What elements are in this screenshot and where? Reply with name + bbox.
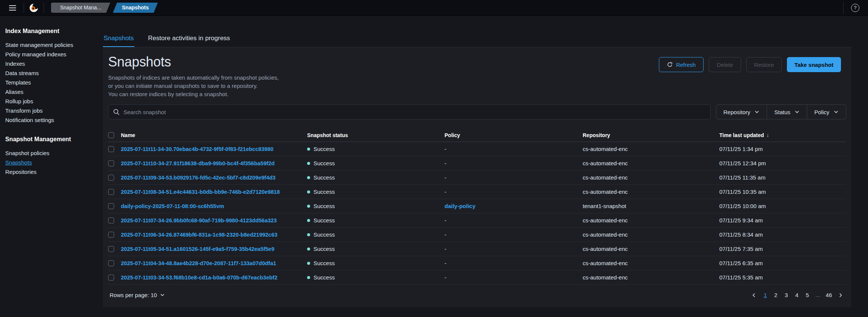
page-button[interactable]: 3: [781, 290, 791, 300]
status-label: Success: [313, 160, 335, 166]
row-checkbox[interactable]: [108, 217, 114, 223]
sidebar-section-index-management: Index Management State management polici…: [5, 28, 95, 125]
row-select-cell: [108, 189, 121, 195]
top-navigation-bar: Snapshot Mana... Snapshots ?: [0, 0, 868, 16]
restore-button[interactable]: Restore: [746, 57, 782, 72]
refresh-icon: [667, 62, 673, 68]
row-checkbox[interactable]: [108, 160, 114, 166]
snapshot-name-link[interactable]: daily-policy-2025-07-11-08:00-sc6h55vm: [121, 203, 224, 209]
row-checkbox[interactable]: [108, 260, 114, 266]
search-icon: [113, 109, 120, 115]
repository-cell: cs-automated-enc: [583, 231, 719, 238]
row-checkbox[interactable]: [108, 246, 114, 252]
status-label: Success: [313, 174, 335, 181]
row-select-cell: [108, 275, 121, 281]
sidebar-section-title: Index Management: [5, 28, 95, 35]
time-cell: 07/11/25 12:34 pm: [719, 160, 846, 166]
policy-cell: -: [445, 174, 583, 181]
page-button[interactable]: 46: [823, 290, 834, 300]
status-cell: Success: [307, 231, 445, 238]
column-header-repository[interactable]: Repository: [583, 132, 719, 138]
sidebar-item[interactable]: Rollup jobs: [5, 97, 95, 106]
filter-repository[interactable]: Repository: [716, 105, 767, 119]
help-button[interactable]: ?: [848, 0, 863, 16]
policy-link[interactable]: daily-policy: [445, 203, 476, 209]
refresh-button[interactable]: Refresh: [659, 57, 704, 72]
table-row: 2025-07-11t06-34-26.87469bf6-831a-1c98-2…: [108, 228, 846, 242]
snapshot-name-link[interactable]: 2025-07-11t09-34-53.b0929176-fd5c-42ec-5…: [121, 175, 276, 181]
page-button[interactable]: 1: [760, 290, 770, 300]
breadcrumb-snapshot-management[interactable]: Snapshot Mana...: [51, 3, 110, 13]
name-cell: 2025-07-11t03-34-53.f68b10e8-cd1a-b0a6-0…: [121, 275, 307, 281]
repository-value: cs-automated-enc: [583, 189, 628, 195]
policy-cell: -: [445, 274, 583, 281]
repository-value: cs-automated-enc: [583, 146, 628, 152]
table-row: 2025-07-11t05-34-51.a1601526-145f-e9a5-f…: [108, 242, 846, 256]
row-select-cell: [108, 160, 121, 166]
page-button[interactable]: 2: [771, 290, 781, 300]
row-select-cell: [108, 232, 121, 238]
sidebar-item[interactable]: Data streams: [5, 68, 95, 78]
sidebar-item[interactable]: Indexes: [5, 59, 95, 68]
row-checkbox[interactable]: [108, 275, 114, 281]
column-header-time-last-updated[interactable]: Time last updated ↓: [719, 132, 846, 138]
sidebar-section-title: Snapshot Management: [5, 136, 95, 143]
status-cell: Success: [307, 246, 445, 252]
search-input[interactable]: [124, 109, 706, 115]
search-box: [108, 104, 711, 119]
sidebar-item[interactable]: Snapshots: [5, 158, 95, 167]
previous-page-button[interactable]: [748, 290, 760, 300]
sidebar-item[interactable]: Templates: [5, 78, 95, 87]
chevron-down-icon: [794, 109, 800, 115]
snapshot-name-link[interactable]: 2025-07-11t04-34-48.8ae4b228-d70e-2087-1…: [121, 260, 276, 266]
snapshot-name-link[interactable]: 2025-07-11t05-34-51.a1601526-145f-e9a5-f…: [121, 246, 274, 252]
status-label: Success: [313, 217, 335, 223]
snapshot-name-link[interactable]: 2025-07-11t10-34-27.91f18638-dba9-99b0-b…: [121, 160, 274, 166]
snapshot-name-link[interactable]: 2025-07-11t03-34-53.f68b10e8-cd1a-b0a6-0…: [121, 275, 277, 281]
snapshot-name-link[interactable]: 2025-07-11t11-34-30.70ebac4b-4732-9f5f-0…: [121, 146, 273, 152]
status-cell: Success: [307, 146, 445, 152]
rows-per-page-button[interactable]: Rows per page: 10: [108, 290, 166, 300]
row-checkbox[interactable]: [108, 232, 114, 238]
sidebar-item[interactable]: Policy managed indexes: [5, 50, 95, 59]
filter-policy[interactable]: Policy: [807, 105, 846, 119]
success-status-dot: [307, 148, 310, 151]
snapshot-table-body: 2025-07-11t11-34-30.70ebac4b-4732-9f5f-0…: [108, 142, 846, 285]
row-checkbox[interactable]: [108, 203, 114, 209]
sidebar-item[interactable]: Repositories: [5, 167, 95, 177]
status-label: Success: [313, 189, 335, 195]
sidebar-item[interactable]: Aliases: [5, 87, 95, 97]
tab-snapshots[interactable]: Snapshots: [103, 35, 134, 47]
filter-status[interactable]: Status: [767, 105, 807, 119]
time-last-updated-value: 07/11/25 6:35 am: [719, 260, 763, 266]
status-cell: Success: [307, 203, 445, 209]
take-snapshot-button[interactable]: Take snapshot: [787, 57, 841, 72]
snapshots-panel: Snapshots Snapshots of indices are taken…: [103, 47, 851, 307]
tab-restore-activities[interactable]: Restore activities in progress: [147, 35, 231, 47]
row-checkbox[interactable]: [108, 189, 114, 195]
next-page-button[interactable]: [835, 290, 846, 300]
sidebar-item[interactable]: Notification settings: [5, 115, 95, 125]
sidebar-item[interactable]: Transform jobs: [5, 106, 95, 115]
search-and-filters: Repository Status Policy: [108, 104, 846, 119]
snapshot-name-link[interactable]: 2025-07-11t06-34-26.87469bf6-831a-1c98-2…: [121, 232, 277, 238]
column-header-name[interactable]: Name: [121, 132, 307, 138]
page-button[interactable]: …: [813, 290, 823, 300]
column-header-policy[interactable]: Policy: [445, 132, 583, 138]
menu-button[interactable]: [5, 0, 20, 16]
repository-cell: cs-automated-enc: [583, 274, 719, 281]
snapshot-name-link[interactable]: 2025-07-11t08-34-51.e4c44631-b0db-bb9e-7…: [121, 189, 280, 195]
status-label: Success: [313, 203, 335, 209]
snapshot-name-link[interactable]: 2025-07-11t07-34-26.9bb0fc68-90af-719b-9…: [121, 217, 277, 223]
status-label: Success: [313, 146, 335, 152]
row-checkbox[interactable]: [108, 146, 114, 152]
delete-button[interactable]: Delete: [709, 57, 741, 72]
column-header-snapshot-status[interactable]: Snapshot status: [307, 132, 445, 138]
time-cell: 07/11/25 7:35 am: [719, 246, 846, 252]
row-checkbox[interactable]: [108, 175, 114, 181]
sidebar-item[interactable]: Snapshot policies: [5, 148, 95, 158]
select-all-checkbox[interactable]: [108, 132, 114, 138]
page-button[interactable]: 5: [802, 290, 812, 300]
page-button[interactable]: 4: [792, 290, 802, 300]
sidebar-item[interactable]: State management policies: [5, 40, 95, 50]
